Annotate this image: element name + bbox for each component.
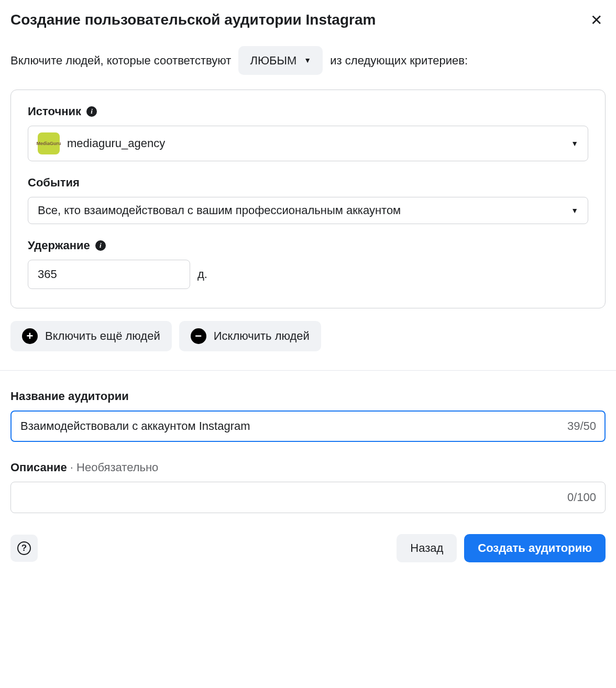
- audience-name-label: Название аудитории: [10, 390, 606, 403]
- close-button[interactable]: ✕: [587, 10, 606, 29]
- audience-name-counter: 39/50: [567, 419, 596, 433]
- create-audience-button[interactable]: Создать аудиторию: [464, 534, 606, 562]
- dialog-footer: ? Назад Создать аудиторию: [10, 534, 606, 562]
- source-field: Источник i MediaGuru mediaguru_agency ▼: [28, 105, 588, 161]
- criteria-box: Источник i MediaGuru mediaguru_agency ▼ …: [10, 90, 606, 308]
- info-icon[interactable]: i: [86, 106, 97, 117]
- criteria-text-after: из следующих критериев:: [330, 54, 468, 67]
- audience-name-wrapper: 39/50: [10, 410, 606, 442]
- description-label: Описание · Необязательно: [10, 461, 606, 474]
- source-label: Источник i: [28, 105, 588, 118]
- close-icon: ✕: [590, 12, 602, 29]
- info-icon[interactable]: i: [95, 240, 106, 251]
- source-avatar: MediaGuru: [38, 132, 60, 154]
- retention-unit: д.: [197, 268, 207, 281]
- retention-field: Удержание i д.: [28, 239, 588, 289]
- description-counter: 0/100: [567, 491, 596, 504]
- plus-icon: +: [22, 328, 38, 344]
- caret-down-icon: ▼: [571, 206, 578, 215]
- retention-label: Удержание i: [28, 239, 588, 252]
- divider: [0, 370, 616, 371]
- dialog-header: Создание пользовательской аудитории Inst…: [10, 10, 606, 29]
- audience-name-input[interactable]: [10, 410, 606, 442]
- events-value: Все, кто взаимодействовал с вашим профес…: [38, 204, 401, 217]
- description-input[interactable]: [10, 482, 606, 513]
- include-more-button[interactable]: + Включить ещё людей: [10, 321, 172, 351]
- source-select[interactable]: MediaGuru mediaguru_agency ▼: [28, 126, 588, 161]
- retention-input[interactable]: [28, 260, 190, 289]
- match-type-dropdown[interactable]: ЛЮБЫМ ▼: [238, 46, 323, 75]
- caret-down-icon: ▼: [571, 139, 578, 148]
- criteria-sentence: Включите людей, которые соответствуют ЛЮ…: [10, 46, 606, 75]
- match-type-value: ЛЮБЫМ: [250, 51, 296, 70]
- events-label: События: [28, 176, 588, 190]
- help-icon: ?: [17, 541, 31, 555]
- criteria-text-before: Включите людей, которые соответствуют: [10, 54, 231, 67]
- action-buttons-row: + Включить ещё людей − Исключить людей: [10, 321, 606, 351]
- events-field: События Все, кто взаимодействовал с ваши…: [28, 176, 588, 224]
- help-button[interactable]: ?: [10, 535, 38, 562]
- minus-icon: −: [191, 328, 206, 344]
- caret-down-icon: ▼: [304, 54, 311, 66]
- description-wrapper: 0/100: [10, 482, 606, 513]
- events-select[interactable]: Все, кто взаимодействовал с вашим профес…: [28, 197, 588, 224]
- back-button[interactable]: Назад: [397, 534, 457, 562]
- source-value: mediaguru_agency: [67, 137, 165, 150]
- exclude-button[interactable]: − Исключить людей: [179, 321, 321, 351]
- dialog-title: Создание пользовательской аудитории Inst…: [10, 12, 376, 28]
